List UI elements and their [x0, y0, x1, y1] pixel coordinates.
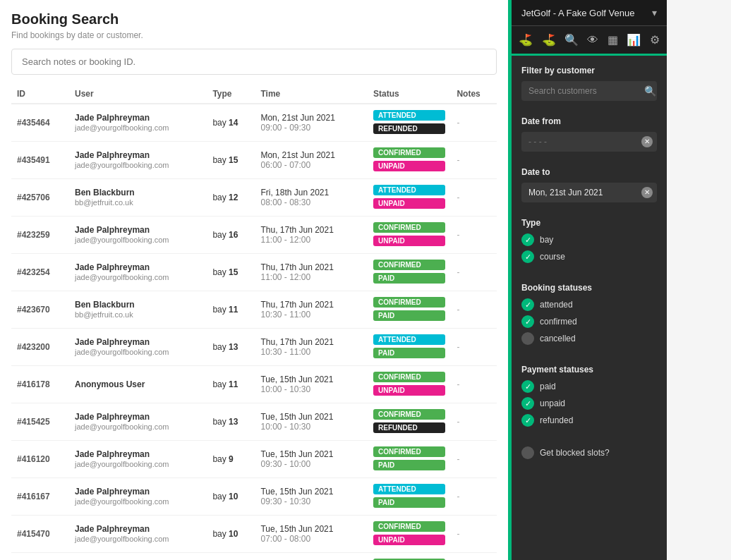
- booking-id: #416120: [11, 441, 69, 478]
- eye-icon[interactable]: 👁: [584, 32, 601, 48]
- time-cell: Tue, 15th Jun 202110:00 - 10:30: [255, 403, 368, 441]
- time-cell: Thu, 17th Jun 202110:30 - 11:00: [255, 291, 368, 329]
- notes-cell: -: [451, 104, 497, 142]
- notes-cell: -: [451, 553, 497, 561]
- date-from-clear-button[interactable]: ✕: [641, 136, 653, 147]
- golf-icon[interactable]: ⛳: [516, 32, 536, 48]
- table-row[interactable]: #423254Jade Palphreymanjade@yourgolfbook…: [11, 254, 497, 291]
- table-row[interactable]: #415470Jade Palphreymanjade@yourgolfbook…: [11, 516, 497, 553]
- status-cell: CONFIRMEDPAID: [368, 254, 451, 291]
- payment-unpaid-checkbox[interactable]: unpaid: [521, 397, 657, 410]
- table-row[interactable]: #423670Ben Blackburnbb@jetfruit.co.ukbay…: [11, 291, 497, 329]
- type-course-checkbox[interactable]: course: [521, 250, 657, 263]
- booking-id: #435464: [11, 104, 69, 142]
- type-cell: bay 14: [207, 104, 255, 142]
- booking-id: #423259: [11, 217, 69, 254]
- unpaid-check-icon: [521, 397, 534, 410]
- user-cell: Jade Palphreymanjade@yourgolfbooking.com: [69, 516, 207, 553]
- payment-refunded-checkbox[interactable]: refunded: [521, 414, 657, 427]
- status-cell: CONFIRMEDPAID: [368, 441, 451, 478]
- user-cell: Ben Blackburnbb@jetfruit.co.uk: [69, 291, 207, 329]
- bay-label: bay: [540, 235, 553, 245]
- table-row[interactable]: #416167Jade Palphreymanjade@yourgolfbook…: [11, 478, 497, 516]
- time-cell: Fri, 18th Jun 202108:00 - 08:30: [255, 179, 368, 217]
- type-cell: bay 13: [207, 329, 255, 366]
- date-to-input-wrap: ✕: [521, 183, 657, 202]
- date-from-input-wrap: ✕: [521, 132, 657, 152]
- status-cell: CONFIRMEDREFUNDED: [368, 403, 451, 441]
- status-cell: CONFIRMEDUNPAID: [368, 142, 451, 179]
- status-cell: ATTENDEDUNPAID: [368, 179, 451, 217]
- table-row[interactable]: #425706Ben Blackburnbb@jetfruit.co.ukbay…: [11, 179, 497, 217]
- status-cell: ATTENDEDREFUNDED: [368, 104, 451, 142]
- bay-check-icon: [521, 233, 534, 246]
- table-row[interactable]: #435491Jade Palphreymanjade@yourgolfbook…: [11, 142, 497, 179]
- col-time: Time: [255, 85, 368, 104]
- bookings-table: ID User Type Time Status Notes #435464Ja…: [11, 85, 497, 560]
- paid-label: paid: [540, 382, 556, 391]
- type-cell: bay 16: [207, 217, 255, 254]
- date-to-title: Date to: [521, 167, 657, 177]
- type-cell: bay 16: [207, 553, 255, 561]
- search-icon[interactable]: 🔍: [562, 32, 581, 48]
- customer-search-input[interactable]: [521, 81, 641, 101]
- sidebar-header[interactable]: JetGolf - A Fake Golf Venue ▾: [512, 0, 667, 26]
- type-cell: bay 15: [207, 254, 255, 291]
- type-cell: bay 11: [207, 366, 255, 403]
- user-cell: Ben Blackburnbb@jetfruit.co.uk: [69, 553, 207, 561]
- booking-id: #416178: [11, 366, 69, 403]
- table-row[interactable]: #416178Anonymous Userbay 11Tue, 15th Jun…: [11, 366, 497, 403]
- status-cell: CONFIRMEDUNPAID: [368, 366, 451, 403]
- date-to-clear-button[interactable]: ✕: [641, 187, 653, 198]
- table-row[interactable]: #416120Jade Palphreymanjade@yourgolfbook…: [11, 441, 497, 478]
- col-id: ID: [11, 85, 69, 104]
- time-cell: Tue, 15th Jun 202109:30 - 10:00: [255, 441, 368, 478]
- booking-id: #423200: [11, 329, 69, 366]
- table-row[interactable]: #415425Jade Palphreymanjade@yourgolfbook…: [11, 403, 497, 441]
- booking-id: #435491: [11, 142, 69, 179]
- table-row[interactable]: #423200Jade Palphreymanjade@yourgolfbook…: [11, 329, 497, 366]
- customer-search-row: 🔍: [521, 81, 657, 101]
- status-attended-checkbox[interactable]: attended: [521, 298, 657, 311]
- table-row[interactable]: #412633Ben Blackburnbb@jetfruit.co.ukbay…: [11, 553, 497, 561]
- barcode-icon[interactable]: ▦: [605, 32, 621, 48]
- type-cell: bay 13: [207, 403, 255, 441]
- status-confirmed-checkbox[interactable]: confirmed: [521, 315, 657, 328]
- booking-id: #423670: [11, 291, 69, 329]
- date-from-input[interactable]: [521, 132, 657, 152]
- col-notes: Notes: [451, 85, 497, 104]
- booking-statuses-title: Booking statuses: [521, 283, 657, 293]
- blocked-slots-section: Get blocked slots?: [512, 437, 667, 469]
- settings-icon[interactable]: ⚙: [647, 32, 663, 48]
- date-from-title: Date from: [521, 116, 657, 126]
- notes-cell: -: [451, 366, 497, 403]
- status-cancelled-checkbox[interactable]: cancelled: [521, 332, 657, 345]
- user-cell: Jade Palphreymanjade@yourgolfbooking.com: [69, 403, 207, 441]
- table-row[interactable]: #423259Jade Palphreymanjade@yourgolfbook…: [11, 217, 497, 254]
- refunded-label: refunded: [540, 415, 573, 425]
- payment-paid-checkbox[interactable]: paid: [521, 380, 657, 393]
- date-to-input[interactable]: [521, 183, 657, 202]
- user-add-icon[interactable]: ⛳: [539, 32, 559, 48]
- type-cell: bay 10: [207, 516, 255, 553]
- sidebar-icon-bar: ⛳ ⛳ 🔍 👁 ▦ 📊 ⚙: [512, 26, 667, 56]
- notes-cell: -: [451, 142, 497, 179]
- status-cell: CONFIRMEDUNPAID: [368, 516, 451, 553]
- sidebar: JetGolf - A Fake Golf Venue ▾ ⛳ ⛳ 🔍 👁 ▦ …: [512, 0, 667, 560]
- booking-statuses-section: Booking statuses attended confirmed canc…: [512, 273, 667, 355]
- time-cell: Tue, 15th Jun 202107:00 - 08:00: [255, 516, 368, 553]
- time-cell: Thu, 17th Jun 202111:00 - 12:00: [255, 254, 368, 291]
- type-cell: bay 10: [207, 478, 255, 516]
- user-cell: Ben Blackburnbb@jetfruit.co.uk: [69, 179, 207, 217]
- chart-icon[interactable]: 📊: [624, 32, 644, 48]
- booking-id: #423254: [11, 254, 69, 291]
- table-row[interactable]: #435464Jade Palphreymanjade@yourgolfbook…: [11, 104, 497, 142]
- table-body: #435464Jade Palphreymanjade@yourgolfbook…: [11, 104, 497, 560]
- customer-search-button[interactable]: 🔍: [641, 85, 659, 97]
- notes-cell: -: [451, 217, 497, 254]
- blocked-slots-checkbox[interactable]: Get blocked slots?: [521, 446, 657, 459]
- search-input[interactable]: [11, 49, 497, 75]
- time-cell: Mon, 21st Jun 202109:00 - 09:30: [255, 104, 368, 142]
- chevron-down-icon: ▾: [652, 7, 657, 18]
- type-bay-checkbox[interactable]: bay: [521, 233, 657, 246]
